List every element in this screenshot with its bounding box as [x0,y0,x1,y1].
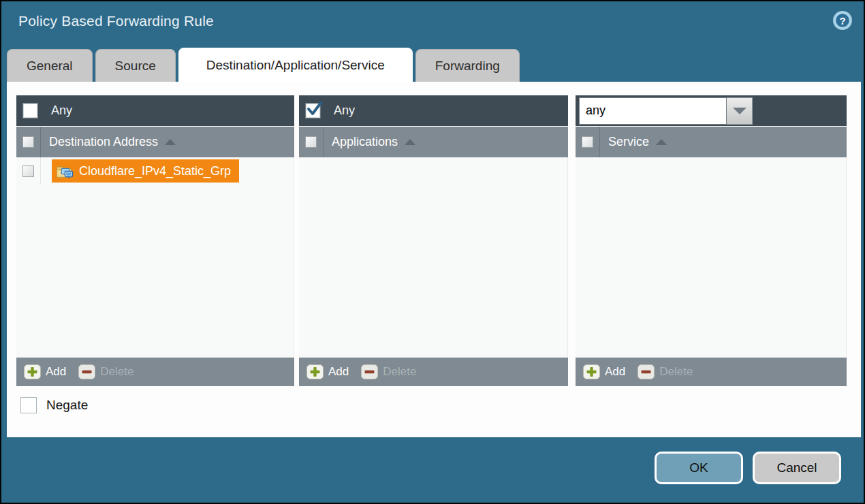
service-add-button[interactable]: Add [583,364,625,379]
negate-label: Negate [46,398,88,413]
applications-any-checkbox[interactable] [306,104,320,118]
destination-address-item-label: Cloudflare_IPv4_Static_Grp [79,164,231,178]
service-column: any Service [576,95,847,386]
delete-icon [638,364,655,379]
destination-any-label: Any [51,104,72,118]
service-select-all-checkbox[interactable] [582,136,593,148]
applications-any-label: Any [334,104,355,118]
destination-address-header-row: Destination Address [16,127,294,157]
service-header-label[interactable]: Service [608,135,649,149]
negate-row: Negate [20,397,88,413]
tab-bar: General Source Destination/Application/S… [7,48,522,82]
dialog-button-row: OK Cancel [655,452,841,484]
applications-delete-button[interactable]: Delete [361,364,416,379]
destination-select-all-checkbox[interactable] [22,136,34,148]
destination-footer: Add Delete [16,358,294,386]
destination-address-item[interactable]: Cloudflare_IPv4_Static_Grp [52,159,239,183]
table-row: Cloudflare_IPv4_Static_Grp [16,157,294,185]
dialog-title: Policy Based Forwarding Rule [18,13,214,29]
add-icon [306,364,324,379]
service-footer: Add Delete [576,358,847,386]
delete-icon [78,364,95,379]
applications-any-row: Any [299,95,568,126]
destination-address-column: Any Destination Address [16,95,294,386]
service-dropdown[interactable]: any [579,97,753,125]
address-group-icon [56,163,74,178]
service-delete-button[interactable]: Delete [638,364,693,379]
service-any-row: any [576,95,847,126]
add-icon [24,364,41,379]
chevron-down-icon [733,108,746,114]
tab-destination-application-service[interactable]: Destination/Application/Service [178,48,413,82]
destination-any-checkbox[interactable] [23,104,37,118]
cancel-button[interactable]: Cancel [753,452,841,484]
applications-header-label[interactable]: Applications [332,135,398,149]
sort-asc-icon [165,139,176,145]
tab-content-panel: Any Destination Address [7,82,861,437]
destination-address-header-label[interactable]: Destination Address [49,135,158,149]
delete-icon [361,364,378,379]
svg-text:?: ? [839,15,845,27]
destination-any-row: Any [16,95,294,126]
tab-general[interactable]: General [7,49,93,82]
row-checkbox[interactable] [22,166,34,177]
applications-select-all-checkbox[interactable] [305,136,317,148]
policy-based-forwarding-dialog: Policy Based Forwarding Rule ? General S… [0,0,865,504]
applications-header-row: Applications [299,127,568,157]
tab-source[interactable]: Source [95,49,176,82]
ok-button[interactable]: OK [655,452,743,484]
columns-container: Any Destination Address [16,95,847,386]
service-dropdown-value[interactable]: any [579,97,727,125]
destination-add-button[interactable]: Add [24,364,66,379]
sort-asc-icon [656,139,667,145]
destination-delete-button[interactable]: Delete [78,364,133,379]
applications-footer: Add Delete [299,358,568,386]
applications-list [299,157,568,358]
negate-checkbox[interactable] [20,397,37,413]
dropdown-button[interactable] [727,97,753,125]
add-icon [583,364,600,379]
applications-add-button[interactable]: Add [306,364,349,379]
help-icon[interactable]: ? [832,10,853,31]
sort-asc-icon [405,139,415,145]
check-icon [305,100,324,118]
destination-address-list: Cloudflare_IPv4_Static_Grp [16,157,294,358]
tab-forwarding[interactable]: Forwarding [415,49,520,82]
applications-column: Any Applications [299,95,568,386]
service-list [576,157,847,358]
service-header-row: Service [576,127,847,157]
title-bar: Policy Based Forwarding Rule ? [1,1,864,46]
